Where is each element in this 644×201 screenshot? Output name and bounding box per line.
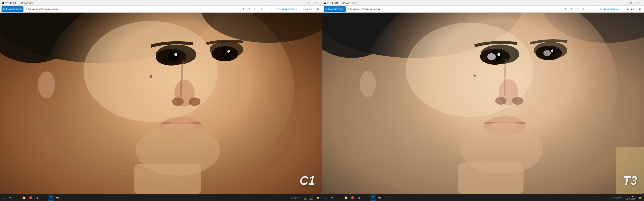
systray-right: ^ 🔊 🌐 РУС	[610, 197, 624, 199]
delete-icon-left: 🗑	[248, 8, 250, 10]
heart-icon-left: ♡	[254, 8, 256, 10]
minimize-btn-right[interactable]: ─	[619, 0, 627, 5]
tray-network-right[interactable]: 🌐	[616, 197, 619, 199]
search-icon-right: 🔍	[331, 197, 334, 199]
windows-start-btn-right[interactable]: ⊞	[323, 195, 329, 201]
taskbar-app-explorer-right[interactable]: 📁	[343, 195, 349, 201]
add-icon-left: +	[26, 8, 27, 10]
delete-icon-right: 🗑	[570, 8, 572, 10]
tray-chevron-right[interactable]: ^	[612, 197, 613, 199]
print-btn-right[interactable]: 🖶	[637, 6, 642, 12]
window-title-left: Фотографии — DSC90044.jpg	[5, 2, 32, 4]
more-icon-left: ⋯	[266, 8, 269, 10]
photo-scene-left: C1	[0, 12, 322, 194]
task-view-icon-right: ⧉	[338, 196, 340, 199]
add-to-object-btn-left[interactable]: + Добавить к созданному объекту	[24, 6, 60, 12]
svg-point-10	[168, 51, 180, 62]
taskbar-app-camera-right[interactable]: 📷	[376, 195, 383, 201]
taskbar-app-photos-left[interactable]: 🖼	[48, 195, 54, 201]
add-to-object-btn-right[interactable]: + Добавить к созданному объекту	[346, 6, 382, 12]
maximize-btn-right[interactable]: □	[627, 0, 635, 5]
clock-right[interactable]: 15:01 21.05.2019	[625, 195, 636, 200]
taskbar-app-store-left[interactable]: 🛍	[41, 195, 47, 201]
toolbar-left: 🖼 Все фотографии + Добавить к созданному…	[0, 5, 322, 12]
app-icon-right: 🖼	[324, 1, 326, 4]
search-btn-left[interactable]: 🔍	[8, 195, 14, 201]
svg-rect-49	[458, 163, 524, 194]
taskbar-app-photos-right[interactable]: 🖼	[370, 195, 376, 201]
taskbar-app-camera-left[interactable]: 📷	[54, 195, 61, 201]
svg-point-16	[189, 97, 200, 106]
tray-language-left[interactable]: РУС	[297, 197, 301, 199]
explorer-icon-left: 📁	[22, 196, 26, 200]
tray-language-right[interactable]: РУС	[619, 197, 623, 199]
title-bar-left: 🖼 Фотографии — DSC90044.jpg ─ □ ✕	[0, 0, 322, 5]
camera-icon-right: 📷	[378, 196, 381, 199]
taskbar-app-chrome-left[interactable]: 🔴	[28, 195, 34, 201]
photo-svg-left	[0, 12, 322, 194]
windows-icon-left: ⊞	[3, 196, 5, 199]
zoom-in-icon-right: ⊕	[564, 8, 566, 10]
favorite-btn-right[interactable]: ♡	[575, 6, 580, 12]
rotate-btn-left[interactable]: ↺	[259, 6, 264, 12]
window-title-right: Фотографии — DSC90044.JPG	[327, 2, 356, 4]
svg-point-38	[551, 49, 553, 52]
taskbar-app-settings-left[interactable]: ⚙	[34, 195, 40, 201]
share-btn-left[interactable]: ↑ Поделиться	[299, 7, 314, 11]
edit-create-btn-right[interactable]: ✏ Изменить и создать ▾	[595, 7, 620, 11]
more-btn-right[interactable]: ⋯	[587, 6, 592, 12]
share-btn-right[interactable]: ↑ Поделиться	[621, 7, 636, 11]
rotate-btn-right[interactable]: ↺	[581, 6, 586, 12]
zoom-in-icon-left: ⊕	[242, 8, 244, 10]
more-btn-left[interactable]: ⋯	[265, 6, 270, 12]
tray-network-left[interactable]: 🌐	[294, 197, 296, 199]
delete-btn-right[interactable]: 🗑	[569, 6, 574, 12]
more-icon-right: ⋯	[588, 8, 591, 10]
windows-icon-right: ⊞	[325, 196, 327, 199]
edit-icon-left: ✏	[274, 8, 276, 10]
notification-btn-left[interactable]: 🔔	[315, 195, 321, 201]
task-view-btn-right[interactable]: ⧉	[336, 195, 342, 201]
date-left: 21.05.2019	[304, 198, 313, 200]
all-photos-btn-left[interactable]: 🖼 Все фотографии	[2, 6, 24, 12]
resize-handle-right[interactable]	[642, 193, 644, 194]
all-photos-btn-right[interactable]: 🖼 Все фотографии	[324, 6, 346, 12]
delete-btn-left[interactable]: 🗑	[247, 6, 252, 12]
taskbar-app-explorer-left[interactable]: 📁	[21, 195, 27, 201]
search-btn-right[interactable]: 🔍	[330, 195, 336, 201]
photos-app-icon-right: 🖼	[372, 196, 374, 199]
photo-area-right: T3	[322, 12, 644, 194]
store-icon-right: 🛍	[365, 196, 368, 199]
svg-point-43	[512, 97, 523, 105]
tray-speaker-right[interactable]: 🔊	[613, 197, 616, 199]
windows-start-btn-left[interactable]: ⊞	[1, 195, 7, 201]
taskbar-app-store-right[interactable]: 🛍	[363, 195, 369, 201]
minimize-btn-left[interactable]: ─	[297, 0, 305, 5]
tray-chevron-left[interactable]: ^	[290, 197, 290, 199]
chevron-icon-right: ▾	[618, 8, 619, 10]
photos-icon-right: 🖼	[325, 8, 328, 10]
settings-icon-right: ⚙	[358, 196, 360, 199]
share-icon-right: ↑	[622, 8, 623, 10]
maximize-btn-left[interactable]: □	[305, 0, 313, 5]
chevron-icon-left: ▾	[296, 8, 297, 10]
tray-speaker-left[interactable]: 🔊	[291, 197, 294, 199]
taskbar-app-chrome-right[interactable]: 🔴	[350, 195, 356, 201]
title-bar-right: 🖼 Фотографии — DSC90044.JPG ─ □ ✕	[322, 0, 644, 5]
date-right: 21.05.2019	[626, 198, 635, 200]
taskbar-app-settings-right[interactable]: ⚙	[356, 195, 362, 201]
print-btn-left[interactable]: 🖶	[315, 6, 320, 12]
favorite-btn-left[interactable]: ♡	[253, 6, 258, 12]
zoom-in-btn-left[interactable]: ⊕	[241, 6, 246, 12]
clock-left[interactable]: 15:01 21.05.2019	[302, 195, 314, 200]
resize-handle-left[interactable]	[320, 193, 322, 194]
task-view-btn-left[interactable]: ⧉	[14, 195, 20, 201]
notification-btn-right[interactable]: 🔔	[637, 195, 643, 201]
share-icon-left: ↑	[300, 8, 301, 10]
close-btn-right[interactable]: ✕	[635, 0, 642, 5]
photo-window-left: 🖼 Фотографии — DSC90044.jpg ─ □ ✕ 🖼 Все …	[0, 0, 322, 194]
zoom-in-btn-right[interactable]: ⊕	[563, 6, 568, 12]
edit-create-btn-left[interactable]: ✏ Изменить и создать ▾	[273, 7, 298, 11]
close-btn-left[interactable]: ✕	[313, 0, 320, 5]
heart-icon-right: ♡	[576, 8, 578, 10]
